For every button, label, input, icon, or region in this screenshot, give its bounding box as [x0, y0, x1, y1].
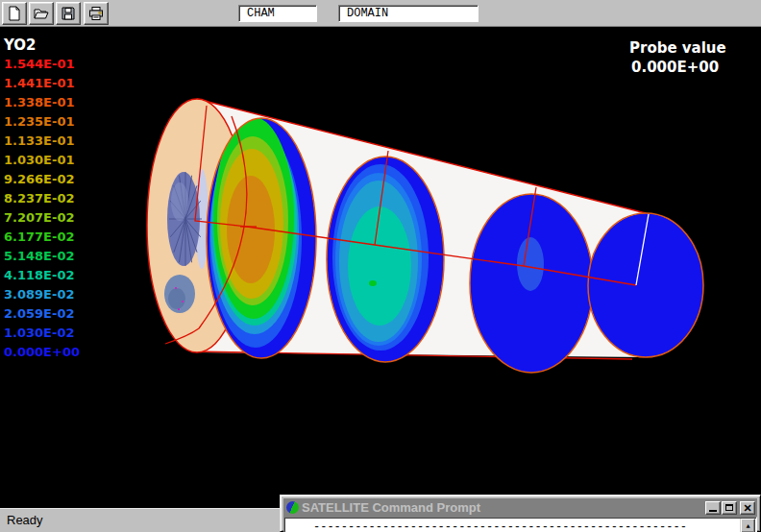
domain-field[interactable]	[338, 5, 479, 22]
save-button[interactable]	[56, 2, 81, 25]
satellite-command-window: SATELLITE Command Prompt ✕ -------------…	[280, 495, 761, 532]
legend-entry: 1.133E-01	[4, 133, 80, 153]
legend-entries: 1.544E-011.441E-011.338E-011.235E-011.13…	[4, 57, 80, 364]
close-button[interactable]: ✕	[740, 501, 755, 515]
legend-entry: 1.544E-01	[4, 57, 80, 76]
legend-entry: 1.235E-01	[4, 114, 80, 133]
scroll-up-button[interactable]: ▲	[741, 519, 755, 532]
legend-title: YO2	[4, 36, 80, 54]
globe-icon	[286, 501, 299, 514]
satellite-title: SATELLITE Command Prompt	[302, 500, 704, 515]
legend-entry: 3.089E-02	[4, 287, 80, 306]
legend-entry: 4.118E-02	[4, 268, 80, 287]
legend-entry: 9.266E-02	[4, 172, 80, 191]
probe-readout: Probe value 0.000E+00	[629, 38, 726, 77]
legend-entry: 7.207E-02	[4, 210, 80, 230]
separator-line: ----------------------------------------…	[313, 520, 687, 532]
open-file-button[interactable]	[29, 2, 54, 25]
legend-entry: 0.000E+00	[4, 345, 80, 364]
save-floppy-icon	[61, 6, 76, 21]
contour-plane-2	[327, 157, 444, 362]
legend-entry: 1.030E-02	[4, 326, 80, 345]
legend-entry: 8.237E-02	[4, 191, 80, 210]
satellite-titlebar[interactable]: SATELLITE Command Prompt ✕	[283, 498, 757, 517]
legend: YO2 1.544E-011.441E-011.338E-011.235E-01…	[4, 36, 80, 364]
minimize-button[interactable]	[705, 501, 721, 515]
legend-entry: 5.148E-02	[4, 249, 80, 268]
probe-value: 0.000E+00	[629, 58, 726, 77]
legend-entry: 2.059E-02	[4, 306, 80, 326]
command-prompt-output[interactable]: ----------------------------------------…	[283, 517, 757, 532]
graphics-canvas: YO2 1.544E-011.441E-011.338E-011.235E-01…	[0, 27, 761, 508]
print-icon	[88, 6, 104, 21]
maximize-button[interactable]	[722, 501, 737, 515]
new-document-icon	[7, 6, 22, 21]
probe-label: Probe value	[629, 38, 726, 58]
scene-3d-view[interactable]	[0, 27, 761, 508]
maximize-icon	[725, 504, 733, 511]
legend-entry: 1.441E-01	[4, 76, 80, 95]
toolbar	[0, 0, 761, 27]
cham-field[interactable]	[238, 5, 317, 22]
minimize-icon	[709, 510, 717, 512]
legend-entry: 1.338E-01	[4, 95, 80, 114]
legend-entry: 1.030E-01	[4, 153, 80, 172]
print-button[interactable]	[84, 2, 109, 25]
close-icon: ✕	[743, 503, 751, 513]
open-folder-icon	[34, 6, 49, 21]
new-file-button[interactable]	[2, 2, 27, 25]
application-window: YO2 1.544E-011.441E-011.338E-011.235E-01…	[0, 0, 761, 532]
scrollbar[interactable]: ▲	[740, 519, 755, 532]
legend-entry: 6.177E-02	[4, 230, 80, 249]
contour-disks	[147, 99, 703, 373]
